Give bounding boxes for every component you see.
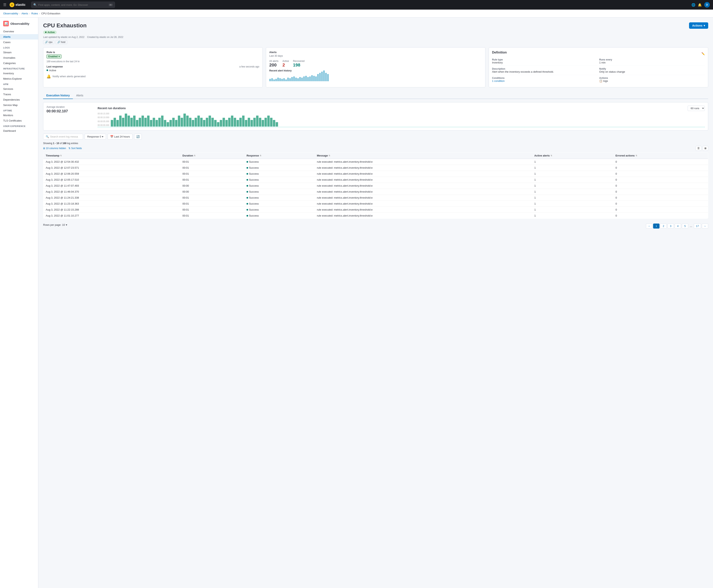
run-bar-44 bbox=[234, 118, 236, 126]
avg-duration-value: 00:00:02.107 bbox=[46, 109, 95, 113]
sidebar-item-metrics-explorer[interactable]: Metrics Explorer bbox=[0, 76, 38, 81]
table-view-toggle[interactable]: ☰ bbox=[696, 146, 701, 151]
execution-history-section: Average duration 00:00:02.107 Recent run… bbox=[43, 102, 708, 130]
run-bar-24 bbox=[178, 115, 180, 126]
mini-bar-22 bbox=[313, 76, 315, 81]
search-bar[interactable]: 🔍 ⌘/ bbox=[31, 2, 115, 8]
rule-card-title: Rule is bbox=[46, 51, 259, 54]
page-1-button[interactable]: 1 bbox=[653, 224, 659, 229]
hamburger-menu[interactable]: ☰ bbox=[3, 3, 6, 7]
next-page-button[interactable]: › bbox=[702, 224, 708, 229]
run-bar-18 bbox=[161, 115, 164, 126]
status-badge: Active bbox=[43, 30, 57, 34]
sidebar-item-anomalies[interactable]: Anomalies bbox=[0, 55, 38, 61]
search-event-log[interactable]: 🔍 Search event log messa bbox=[43, 134, 83, 140]
run-bar-56 bbox=[267, 115, 270, 126]
tab-execution-history[interactable]: Execution history bbox=[43, 92, 73, 99]
prev-page-button[interactable]: ‹ bbox=[646, 224, 652, 229]
last-response-time: a few seconds ago bbox=[239, 65, 259, 68]
executions-text: 169 executions in the last 24 hr bbox=[46, 60, 259, 63]
response-filter-button[interactable]: Response 0 ▾ bbox=[85, 134, 106, 140]
refresh-button[interactable]: 🔄 bbox=[134, 134, 142, 140]
bell-icon[interactable]: 🔔 bbox=[698, 3, 702, 7]
sidebar-item-categories[interactable]: Categories bbox=[0, 61, 38, 66]
cell-message: rule executed: metrics.alert.inventory.t… bbox=[314, 165, 532, 171]
mini-bar-19 bbox=[307, 77, 309, 81]
run-bar-46 bbox=[239, 118, 242, 126]
sidebar-item-tls[interactable]: TLS Certificates bbox=[0, 118, 38, 123]
sidebar-item-stream[interactable]: Stream bbox=[0, 50, 38, 55]
sidebar-item-services[interactable]: Services bbox=[0, 86, 38, 91]
breadcrumb-item-rules[interactable]: Rules bbox=[32, 12, 38, 15]
sidebar-item-service-map[interactable]: Service Map bbox=[0, 102, 38, 108]
cell-response: Success bbox=[244, 207, 314, 213]
chevron-down-icon: ▾ bbox=[704, 24, 705, 27]
rule-enabled-badge[interactable]: Enabled ▾ bbox=[46, 55, 62, 59]
col-response[interactable]: Response⇅ bbox=[244, 152, 314, 159]
sidebar-logo: 📊 Observability bbox=[0, 19, 38, 29]
sidebar: 📊 Observability Overview Alerts Cases Lo… bbox=[0, 18, 38, 588]
tab-alerts[interactable]: Alerts bbox=[73, 92, 86, 99]
run-bar-43 bbox=[231, 115, 233, 126]
mini-bar-16 bbox=[301, 78, 303, 81]
sidebar-item-overview[interactable]: Overview bbox=[0, 29, 38, 34]
mini-bar-6 bbox=[281, 79, 283, 81]
cell-message: rule executed: metrics.alert.inventory.t… bbox=[314, 189, 532, 195]
cell-errored-actions: 0 bbox=[613, 207, 708, 213]
page-4-button[interactable]: 4 bbox=[675, 224, 681, 229]
actions-button[interactable]: Actions ▾ bbox=[689, 22, 708, 29]
page-3-button[interactable]: 3 bbox=[668, 224, 674, 229]
table-columns-toggle[interactable]: ⊞ bbox=[702, 146, 708, 151]
run-bar-41 bbox=[225, 120, 228, 127]
cell-timestamp: Aug 3, 2022 @ 11:01:10.277 bbox=[43, 213, 180, 218]
page-5-button[interactable]: 5 bbox=[682, 224, 688, 229]
globe-icon[interactable]: 🌐 bbox=[691, 3, 695, 7]
cell-message: rule executed: metrics.alert.inventory.t… bbox=[314, 183, 532, 189]
rows-per-page[interactable]: Rows per page: 10 ▾ bbox=[43, 223, 67, 226]
cell-response: Success bbox=[244, 201, 314, 207]
page-ellipsis: ... bbox=[689, 224, 693, 228]
date-range-button[interactable]: 📅 Last 24 hours bbox=[108, 134, 132, 140]
mini-bar-29 bbox=[327, 74, 329, 81]
cell-active-alerts: 1 bbox=[532, 201, 613, 207]
cell-message: rule executed: metrics.alert.inventory.t… bbox=[314, 213, 532, 218]
run-bar-51 bbox=[253, 118, 256, 126]
col-active-alerts[interactable]: Active alerts⇅ bbox=[532, 152, 613, 159]
sidebar-item-traces[interactable]: Traces bbox=[0, 91, 38, 97]
sidebar-item-alerts[interactable]: Alerts bbox=[0, 34, 38, 40]
page-17-button[interactable]: 17 bbox=[694, 224, 701, 229]
sidebar-item-dependencies[interactable]: Dependencies bbox=[0, 97, 38, 102]
mini-bar-13 bbox=[295, 78, 297, 81]
run-bar-31 bbox=[197, 115, 200, 126]
cell-timestamp: Aug 3, 2022 @ 12:54:30.432 bbox=[43, 159, 180, 165]
sort-fields[interactable]: ⇅ Sort fields bbox=[68, 147, 82, 150]
mini-bar-25 bbox=[319, 73, 321, 81]
breadcrumb-item-observability[interactable]: Observability bbox=[3, 12, 18, 15]
col-message[interactable]: Message⇅ bbox=[314, 152, 532, 159]
sidebar-item-cases[interactable]: Cases bbox=[0, 40, 38, 45]
col-timestamp[interactable]: Timestamp⇅ bbox=[43, 152, 180, 159]
sidebar-item-monitors[interactable]: Monitors bbox=[0, 112, 38, 118]
col-duration[interactable]: Duration⇅ bbox=[180, 152, 244, 159]
edit-icon[interactable]: ✏️ bbox=[701, 52, 705, 55]
cell-active-alerts: 1 bbox=[532, 189, 613, 195]
run-bar-34 bbox=[206, 118, 208, 126]
run-bar-4 bbox=[122, 118, 124, 126]
page-2-button[interactable]: 2 bbox=[660, 224, 667, 229]
col-errored-actions[interactable]: Errored actions⇅ bbox=[613, 152, 708, 159]
mini-bar-28 bbox=[325, 73, 327, 81]
run-bar-10 bbox=[139, 118, 141, 126]
sidebar-item-inventory[interactable]: Inventory bbox=[0, 71, 38, 76]
breadcrumb-item-alerts[interactable]: Alerts bbox=[21, 12, 28, 15]
cell-message: rule executed: metrics.alert.inventory.t… bbox=[314, 159, 532, 165]
columns-hidden[interactable]: ⊞ 10 columns hidden bbox=[43, 147, 66, 150]
run-bar-47 bbox=[242, 115, 245, 126]
tabs: Execution history Alerts bbox=[43, 92, 708, 99]
sidebar-item-dashboard[interactable]: Dashboard bbox=[0, 128, 38, 133]
mini-bar-21 bbox=[311, 75, 313, 81]
runs-dropdown[interactable]: 60 runs bbox=[688, 106, 705, 111]
sidebar-section-uptime: Uptime bbox=[0, 108, 38, 112]
avatar[interactable]: D bbox=[704, 2, 710, 7]
cell-errored-actions: 0 bbox=[613, 201, 708, 207]
search-input[interactable] bbox=[38, 3, 107, 6]
